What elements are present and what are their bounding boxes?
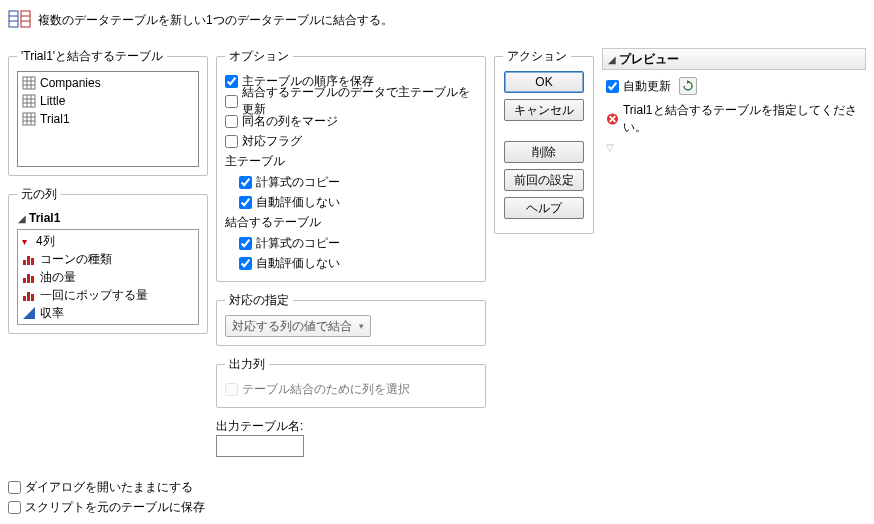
disclosure-triangle-icon: ◢ — [607, 54, 617, 65]
svg-rect-11 — [23, 95, 35, 107]
match-flag-checkbox[interactable]: 対応フラグ — [225, 131, 477, 151]
dialog-header: 複数のデータテーブルを新しい1つのデータテーブルに結合する。 — [8, 8, 866, 32]
menu-triangle-icon: ▾ — [22, 236, 32, 247]
column-count-row[interactable]: ▾ 4列 — [20, 232, 196, 250]
preview-title: プレビュー — [619, 51, 679, 68]
svg-rect-16 — [23, 113, 35, 125]
source-table-name: Trial1 — [29, 211, 60, 225]
svg-rect-27 — [23, 296, 26, 301]
list-item[interactable]: Companies — [20, 74, 196, 92]
svg-rect-28 — [27, 292, 30, 301]
cancel-button[interactable]: キャンセル — [504, 99, 584, 121]
actions-group: アクション OK キャンセル 削除 前回の設定 ヘルプ — [494, 48, 594, 234]
suppress-eval-main-checkbox[interactable]: 自動評価しない — [239, 192, 477, 212]
join-tables-group: 'Trial1'と結合するテーブル Companies Little Trial… — [8, 48, 208, 176]
copy-formula-main-checkbox[interactable]: 計算式のコピー — [239, 172, 477, 192]
svg-rect-21 — [23, 260, 26, 265]
svg-rect-29 — [31, 294, 34, 301]
svg-marker-31 — [687, 80, 690, 84]
preview-header[interactable]: ◢ プレビュー — [602, 48, 866, 70]
options-group: オプション 主テーブルの順序を保存 結合するテーブルのデータで主テーブルを更新 … — [216, 48, 486, 282]
source-columns-legend: 元の列 — [17, 186, 61, 203]
svg-rect-26 — [31, 276, 34, 283]
disclosure-triangle-icon: ◢ — [17, 213, 27, 224]
svg-rect-23 — [31, 258, 34, 265]
recall-button[interactable]: 前回の設定 — [504, 169, 584, 191]
output-name-input[interactable] — [216, 435, 304, 457]
svg-marker-30 — [23, 307, 35, 319]
ok-button[interactable]: OK — [504, 71, 584, 93]
update-main-checkbox[interactable]: 結合するテーブルのデータで主テーブルを更新 — [225, 91, 477, 111]
output-cols-checkbox[interactable]: テーブル結合のために列を選択 — [225, 379, 477, 399]
source-columns-group: 元の列 ◢ Trial1 ▾ 4列 コーンの種類 油の量 — [8, 186, 208, 334]
collapsed-triangle-icon[interactable]: ▽ — [606, 142, 862, 153]
output-name-label: 出力テーブル名: — [216, 418, 486, 435]
match-spec-legend: 対応の指定 — [225, 292, 293, 309]
actions-legend: アクション — [503, 48, 571, 65]
datatable-icon — [22, 94, 36, 108]
output-cols-legend: 出力列 — [225, 356, 269, 373]
preview-error: Trial1と結合するテーブルを指定してください。 — [606, 102, 862, 136]
list-item[interactable]: Trial1 — [20, 110, 196, 128]
auto-update-checkbox[interactable]: 自動更新 — [606, 76, 862, 96]
options-legend: オプション — [225, 48, 293, 65]
svg-rect-3 — [21, 11, 30, 27]
dialog-title: 複数のデータテーブルを新しい1つのデータテーブルに結合する。 — [38, 12, 393, 29]
column-item[interactable]: コーンの種類 — [20, 250, 196, 268]
nominal-icon — [22, 288, 36, 302]
svg-rect-24 — [23, 278, 26, 283]
join-tables-list[interactable]: Companies Little Trial1 — [17, 71, 199, 167]
column-item[interactable]: 油の量 — [20, 268, 196, 286]
datatable-icon — [22, 112, 36, 126]
error-icon — [606, 112, 619, 126]
main-table-subhead: 主テーブル — [225, 153, 477, 170]
svg-rect-25 — [27, 274, 30, 283]
keep-open-checkbox[interactable]: ダイアログを開いたままにする — [8, 477, 866, 497]
join-tables-icon — [8, 8, 32, 32]
output-cols-group: 出力列 テーブル結合のために列を選択 — [216, 356, 486, 408]
column-item[interactable]: 一回にポップする量 — [20, 286, 196, 304]
save-script-checkbox[interactable]: スクリプトを元のテーブルに保存 — [8, 497, 866, 517]
column-item[interactable]: 収率 — [20, 304, 196, 322]
table-disclosure[interactable]: ◢ Trial1 — [17, 209, 199, 227]
copy-formula-join-checkbox[interactable]: 計算式のコピー — [239, 233, 477, 253]
nominal-icon — [22, 270, 36, 284]
match-spec-group: 対応の指定 対応する列の値で結合 ▾ — [216, 292, 486, 346]
nominal-icon — [22, 252, 36, 266]
svg-rect-0 — [9, 11, 18, 27]
suppress-eval-join-checkbox[interactable]: 自動評価しない — [239, 253, 477, 273]
join-table-subhead: 結合するテーブル — [225, 214, 477, 231]
match-spec-dropdown[interactable]: 対応する列の値で結合 ▾ — [225, 315, 371, 337]
list-item[interactable]: Little — [20, 92, 196, 110]
svg-rect-22 — [27, 256, 30, 265]
datatable-icon — [22, 76, 36, 90]
remove-button[interactable]: 削除 — [504, 141, 584, 163]
continuous-icon — [22, 306, 36, 320]
help-button[interactable]: ヘルプ — [504, 197, 584, 219]
svg-rect-6 — [23, 77, 35, 89]
join-tables-legend: 'Trial1'と結合するテーブル — [17, 48, 167, 65]
chevron-down-icon: ▾ — [359, 321, 364, 331]
refresh-icon[interactable] — [679, 77, 697, 95]
